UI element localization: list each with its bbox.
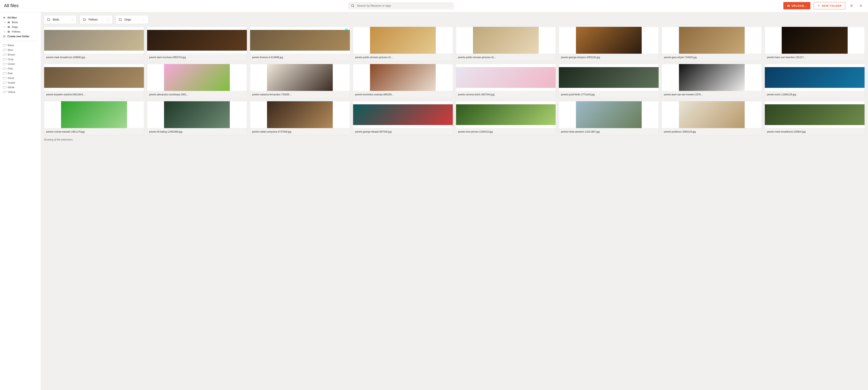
tag-item[interactable]: Sand (3, 76, 37, 80)
close-button[interactable] (858, 3, 864, 9)
plus-circle-icon (3, 35, 6, 38)
file-card[interactable]: pexels-frans-van-heerden-191217… (765, 27, 865, 61)
file-card[interactable]: pexels-thomas-b-814898.jpg (250, 27, 350, 61)
tag-icon (3, 54, 6, 56)
file-name: pexels-public-domain-pictures-41… (456, 54, 556, 61)
file-thumbnail (250, 27, 350, 54)
tag-icon (3, 91, 6, 93)
chevron-right-icon[interactable]: ▸ (4, 26, 6, 28)
folder-outline-icon (47, 18, 50, 21)
folder-icon (7, 30, 10, 33)
tag-icon (3, 58, 6, 60)
tag-icon (3, 72, 6, 74)
file-name: pexels-gary-whyte-724626.jpg (662, 54, 762, 61)
folder-card-label: Dogs (124, 18, 131, 21)
file-card[interactable]: pexels-inchs-11608139.jpg (765, 64, 865, 98)
tag-item[interactable]: Gray (3, 57, 37, 62)
file-thumbnail (662, 64, 762, 91)
folder-menu-button[interactable]: ⋮ (105, 18, 111, 21)
svg-point-12 (346, 30, 347, 31)
file-thumbnail (765, 64, 865, 91)
folder-outline-icon (83, 18, 86, 21)
file-card[interactable]: pexels-lone-jensen-2156310.jpg (456, 101, 556, 135)
tree-item[interactable]: ▸ Felines (3, 29, 37, 34)
file-name: pexels-george-lebada-567540.jpg (353, 128, 453, 135)
file-thumbnail (559, 101, 658, 128)
file-name: pexels-brayden-stanford-8521834.… (44, 91, 144, 98)
file-card[interactable]: pexels-roshan-kamath-1661179.jpg (44, 101, 144, 135)
file-card[interactable]: pexels-till-daling-12461880.jpg (147, 101, 247, 135)
file-card[interactable]: pexels-public-domain-pictures-41… (456, 27, 556, 61)
tag-item[interactable]: Blue (3, 47, 37, 52)
tag-label: Blue (8, 48, 13, 52)
file-thumbnail (662, 27, 762, 54)
list-view-button[interactable] (848, 3, 855, 9)
file-thumbnail (456, 64, 556, 91)
svg-line-1 (353, 6, 354, 7)
file-card[interactable]: pexels-natasha-fernandez-733835… (250, 64, 350, 98)
new-folder-button[interactable]: NEW FOLDER (814, 2, 845, 9)
file-thumbnail (147, 101, 247, 128)
file-thumbnail (44, 101, 144, 128)
file-name: pexels-dominika-roseclay-895259… (353, 91, 453, 98)
file-card[interactable]: pexels-simona-kidrič-2607544.jpg (456, 64, 556, 98)
file-card[interactable]: pexels-dani-muchow-2955703.jpg (147, 27, 247, 61)
file-card[interactable]: pexels-alexandra-novitskaya-2951… (147, 64, 247, 98)
file-card[interactable]: pexels-gary-whyte-724626.jpg (662, 27, 762, 61)
tag-label: Snake (8, 81, 15, 84)
file-name: pexels-dani-muchow-2955703.jpg (147, 54, 247, 61)
search-input[interactable] (356, 4, 451, 7)
file-thumbnail (44, 27, 144, 54)
tag-item[interactable]: Red (3, 71, 37, 76)
folder-menu-button[interactable]: ⋮ (141, 18, 147, 21)
file-thumbnail (250, 64, 350, 91)
tag-item[interactable]: Green (3, 62, 37, 66)
file-thumbnail (353, 27, 453, 54)
chevron-right-icon[interactable]: ▸ (4, 31, 6, 33)
tag-label: Gray (8, 58, 13, 61)
tag-icon (3, 44, 6, 46)
file-card[interactable]: pexels-pratikxox-3365129.jpg (662, 101, 762, 135)
tag-item[interactable]: Snake (3, 80, 37, 85)
tag-item[interactable]: Black (3, 43, 37, 47)
folder-card-label: Birds (53, 18, 59, 21)
file-card[interactable]: pexels-george-lebada-567540.jpg (353, 101, 453, 135)
file-card[interactable]: pexels-public-domain-pictures-41… (353, 27, 453, 61)
file-card[interactable]: pexels-jozef-fehér-2774140.jpg (559, 64, 659, 98)
create-folder[interactable]: Create new folder (3, 34, 37, 39)
folder-row: Birds ⋮ Felines ⋮ Dogs ⋮ (44, 15, 865, 24)
search-box[interactable] (348, 2, 454, 9)
sidebar-root[interactable]: All files (3, 15, 37, 20)
file-card[interactable]: pexels-george-desipris-2055100.jpg (559, 27, 659, 61)
file-card[interactable]: pexels-rafael-cerqueira-4737508.jpg (250, 101, 350, 135)
tag-item[interactable]: Yellow (3, 90, 37, 94)
file-thumbnail (353, 101, 453, 128)
file-thumbnail (662, 101, 762, 128)
file-card[interactable]: pexels-heba-alwahsh-12011987.jpg (559, 101, 659, 135)
tag-item[interactable]: Brown (3, 52, 37, 57)
file-name: pexels-inchs-11608139.jpg (765, 91, 865, 98)
tag-item[interactable]: White (3, 85, 37, 90)
file-card[interactable]: pexels-jean-van-der-meulen-2078… (662, 64, 762, 98)
folder-card[interactable]: Dogs ⋮ (116, 15, 148, 24)
file-thumbnail (147, 64, 247, 91)
upload-button[interactable]: UPLOAD... (783, 2, 810, 9)
file-name: pexels-till-daling-12461880.jpg (147, 128, 247, 135)
tag-icon (3, 63, 6, 65)
folder-icon (7, 26, 10, 29)
tree-item[interactable]: ▸ Dogs (3, 25, 37, 29)
tag-icon (3, 82, 6, 84)
tag-item[interactable]: Pink (3, 66, 37, 71)
folder-card[interactable]: Birds ⋮ (44, 15, 76, 24)
file-thumbnail (353, 64, 453, 91)
file-card[interactable]: pexels-dominika-roseclay-895259… (353, 64, 453, 98)
file-card[interactable]: pexels-mark-broadhurst-106690.jpg (44, 27, 144, 61)
tree-item[interactable]: ▸ Birds (3, 20, 37, 25)
tag-label: Brown (8, 53, 15, 56)
file-card[interactable]: pexels-mark-broadhurst-105804.jpg (765, 101, 865, 135)
file-card[interactable]: pexels-brayden-stanford-8521834.… (44, 64, 144, 98)
chevron-right-icon[interactable]: ▸ (4, 21, 6, 23)
folder-menu-button[interactable]: ⋮ (69, 18, 75, 21)
folder-card[interactable]: Felines ⋮ (80, 15, 112, 24)
file-canvas: Birds ⋮ Felines ⋮ Dogs ⋮ pexels-mark-bro… (41, 12, 868, 390)
